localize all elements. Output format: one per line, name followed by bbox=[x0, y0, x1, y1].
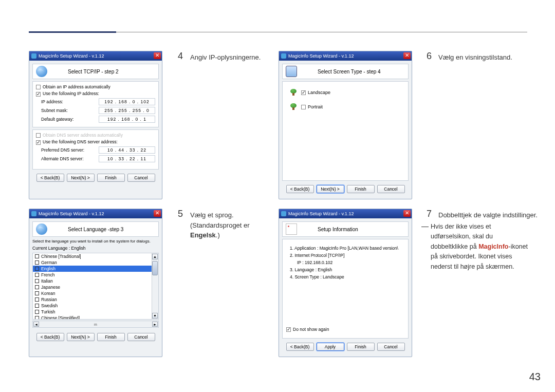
gateway-field[interactable]: 192 . 168 . 0 . 1 bbox=[99, 116, 155, 123]
titlebar[interactable]: MagicInfo Setup Wizard - v.1.12 ✕ bbox=[279, 51, 412, 61]
subnet-field[interactable]: 255 . 255 . 255 . 0 bbox=[99, 107, 155, 114]
list-item[interactable]: Chinese [Simplified] bbox=[41, 315, 80, 320]
dont-show-label: Do not show again bbox=[293, 327, 329, 332]
use-ip-checkbox[interactable] bbox=[36, 92, 41, 97]
app-icon bbox=[31, 211, 36, 216]
info-protocol: 2. Internet Protocol [TCP/IP] bbox=[290, 253, 405, 258]
list-item[interactable]: French bbox=[41, 272, 54, 277]
step6-number: 6 bbox=[427, 51, 432, 62]
list-item[interactable]: Japanese bbox=[41, 285, 60, 290]
list-item[interactable]: Chinese [Traditional] bbox=[41, 254, 81, 259]
heading-text: Setup Information bbox=[318, 227, 358, 232]
gateway-label: Default gateway: bbox=[41, 117, 92, 122]
wizard-setupinfo: MagicInfo Setup Wizard - v.1.12 ✕ Setup … bbox=[279, 209, 412, 357]
wizard-screentype: MagicInfo Setup Wizard - v.1.12 ✕ Select… bbox=[279, 51, 412, 199]
tree-icon bbox=[290, 103, 297, 110]
titlebar[interactable]: MagicInfo Setup Wizard - v.1.12 ✕ bbox=[29, 209, 162, 218]
wizard-language: MagicInfo Setup Wizard - v.1.12 ✕ Select… bbox=[29, 209, 162, 357]
app-icon bbox=[281, 211, 286, 216]
scroll-right-icon[interactable]: ► bbox=[152, 322, 158, 327]
close-icon[interactable]: ✕ bbox=[154, 52, 161, 59]
back-button[interactable]: < Back(B) bbox=[286, 185, 314, 193]
next-button[interactable]: Next(N) > bbox=[317, 185, 344, 193]
note-text: Hvis der ikke vises et udførselsikon, sk… bbox=[431, 222, 531, 272]
step4-text: Angiv IP-oplysningerne. bbox=[190, 52, 275, 63]
list-item[interactable]: English bbox=[41, 266, 55, 271]
back-button[interactable]: < Back(B) bbox=[36, 333, 64, 341]
obtain-dns-label: Obtain DNS server address automatically bbox=[43, 133, 123, 138]
finish-button[interactable]: Finish bbox=[347, 185, 375, 193]
title-text: MagicInfo Setup Wizard - v.1.12 bbox=[39, 53, 104, 59]
language-listbox[interactable]: Chinese [Traditional] German English Fre… bbox=[32, 253, 159, 320]
heading-text: Select TCP/IP - step 2 bbox=[68, 69, 119, 74]
panel-heading: Select TCP/IP - step 2 bbox=[32, 64, 159, 79]
title-text: MagicInfo Setup Wizard - v.1.12 bbox=[288, 53, 354, 59]
step5-text-c: .) bbox=[216, 231, 220, 239]
finish-button[interactable]: Finish bbox=[97, 333, 125, 341]
next-button[interactable]: Next(N) > bbox=[67, 333, 95, 341]
scroll-left-icon[interactable]: ◄ bbox=[33, 322, 39, 327]
document-icon bbox=[286, 223, 297, 235]
use-dns-label: Use the following DNS server address: bbox=[43, 139, 118, 144]
note-dash: ― bbox=[421, 222, 429, 230]
alt-dns-field[interactable]: 10 . 33 . 22 . 11 bbox=[99, 155, 155, 162]
use-dns-checkbox[interactable] bbox=[36, 140, 41, 145]
ip-label: IP address: bbox=[41, 99, 92, 104]
lang-current: Current Language : English bbox=[32, 246, 159, 251]
finish-button[interactable]: Finish bbox=[347, 343, 375, 351]
list-item[interactable]: Russian bbox=[41, 297, 57, 302]
list-item[interactable]: Italian bbox=[41, 278, 53, 284]
close-icon[interactable]: ✕ bbox=[403, 210, 411, 217]
portrait-label: Portrait bbox=[308, 104, 323, 109]
title-text: MagicInfo Setup Wizard - v.1.12 bbox=[39, 211, 104, 216]
portrait-checkbox[interactable] bbox=[301, 105, 306, 109]
landscape-checkbox[interactable] bbox=[301, 90, 306, 95]
scroll-up-icon[interactable]: ▲ bbox=[152, 254, 158, 259]
apply-button[interactable]: Apply bbox=[317, 343, 344, 351]
scroll-down-icon[interactable]: ▼ bbox=[152, 313, 158, 319]
back-button[interactable]: < Back(B) bbox=[36, 174, 64, 182]
app-icon bbox=[281, 53, 286, 59]
step5-text-b: Engelsk bbox=[190, 231, 216, 239]
back-button[interactable]: < Back(B) bbox=[286, 343, 314, 351]
step4-number: 4 bbox=[178, 51, 183, 62]
header-accent bbox=[29, 31, 116, 33]
cancel-button[interactable]: Cancel bbox=[127, 333, 155, 341]
step5-text: Vælg et sprog. (Standardsproget er Engel… bbox=[190, 210, 279, 240]
cancel-button[interactable]: Cancel bbox=[377, 185, 405, 193]
heading-text: Select Language -step 3 bbox=[68, 227, 123, 232]
obtain-dns-checkbox[interactable] bbox=[36, 133, 41, 138]
title-text: MagicInfo Setup Wizard - v.1.12 bbox=[288, 211, 354, 216]
scrollbar-horizontal[interactable]: ◄ m ► bbox=[32, 321, 159, 328]
cancel-button[interactable]: Cancel bbox=[127, 174, 155, 182]
dont-show-checkbox[interactable] bbox=[286, 327, 291, 332]
note-magicinfo: MagicInfo bbox=[478, 243, 508, 250]
obtain-ip-checkbox[interactable] bbox=[36, 85, 41, 89]
app-icon bbox=[31, 53, 36, 59]
close-icon[interactable]: ✕ bbox=[154, 210, 161, 217]
list-item[interactable]: Swedish bbox=[41, 303, 58, 308]
next-button[interactable]: Next(N) > bbox=[67, 174, 95, 182]
list-item[interactable]: Korean bbox=[41, 291, 55, 296]
list-item[interactable]: Turkish bbox=[41, 309, 55, 314]
landscape-label: Landscape bbox=[308, 90, 330, 95]
alt-dns-label: Alternate DNS server: bbox=[41, 156, 92, 161]
globe-icon bbox=[36, 66, 47, 77]
subnet-label: Subnet mask: bbox=[41, 108, 92, 113]
list-item[interactable]: German bbox=[41, 260, 57, 265]
close-icon[interactable]: ✕ bbox=[403, 52, 411, 59]
pref-dns-field[interactable]: 10 . 44 . 33 . 22 bbox=[99, 146, 155, 154]
titlebar[interactable]: MagicInfo Setup Wizard - v.1.12 ✕ bbox=[29, 51, 162, 61]
monitor-icon bbox=[286, 66, 297, 77]
info-app: 1. Application : MagicInfo Pro [LAN,WAN … bbox=[290, 246, 405, 251]
scroll-thumb[interactable] bbox=[152, 261, 158, 275]
step7-text: Dobbelttjek de valgte indstillinger. bbox=[438, 210, 541, 220]
step5-text-a: Vælg et sprog. (Standardsproget er bbox=[190, 211, 250, 229]
heading-text: Select Screen Type - step 4 bbox=[318, 69, 381, 74]
cancel-button[interactable]: Cancel bbox=[377, 343, 405, 351]
finish-button[interactable]: Finish bbox=[97, 174, 125, 182]
step6-text: Vælg en visningstilstand. bbox=[438, 52, 531, 63]
ip-field[interactable]: 192 . 168 . 0 . 102 bbox=[99, 98, 155, 105]
titlebar[interactable]: MagicInfo Setup Wizard - v.1.12 ✕ bbox=[279, 209, 412, 218]
info-ip: IP : 192.168.0.102 bbox=[297, 260, 405, 265]
